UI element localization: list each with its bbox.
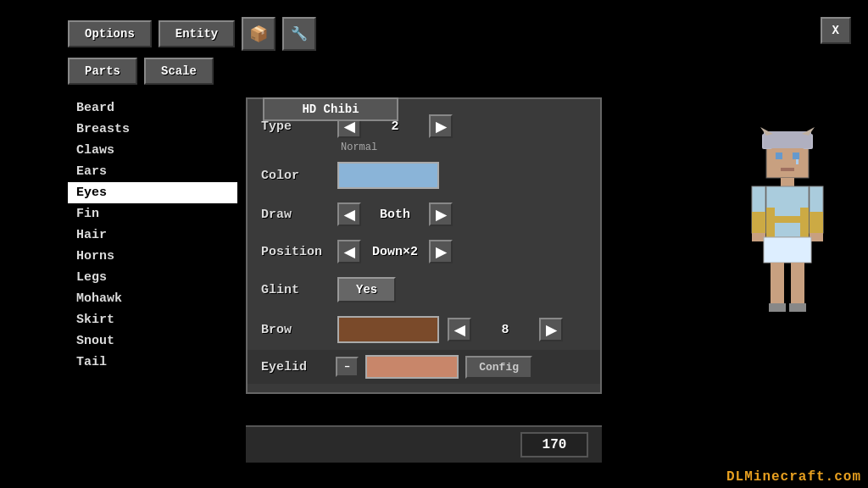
svg-rect-7: [781, 168, 794, 171]
part-item-hair[interactable]: Hair: [68, 225, 237, 246]
part-item-snout[interactable]: Snout: [68, 330, 237, 352]
draw-value: Both: [370, 208, 420, 222]
part-item-ears[interactable]: Ears: [68, 161, 237, 182]
brow-left-arrow[interactable]: ◀: [448, 318, 471, 341]
position-row: Position ◀ Down×2 ▶: [248, 233, 600, 270]
type-dropdown[interactable]: HD Chibi: [263, 97, 398, 121]
draw-left-arrow[interactable]: ◀: [337, 202, 361, 226]
color-label: Color: [261, 169, 329, 183]
watermark: DLMinecraft.com: [726, 469, 861, 485]
glint-row: Glint Yes: [248, 270, 600, 309]
eyelid-label: Eyelid: [261, 360, 329, 374]
box-icon: 📦: [249, 25, 268, 43]
eyelid-row: Eyelid – Config: [248, 350, 600, 384]
parts-button[interactable]: Parts: [68, 58, 137, 85]
svg-rect-23: [789, 303, 806, 312]
character-preview: [724, 97, 851, 394]
eyelid-color-swatch: [365, 355, 459, 379]
part-item-breasts[interactable]: Breasts: [68, 119, 237, 140]
brow-right-arrow[interactable]: ▶: [539, 318, 563, 341]
scale-button[interactable]: Scale: [144, 58, 214, 85]
type-value: 2: [370, 119, 420, 134]
brow-row: Brow ◀ 8 ▶: [248, 309, 600, 350]
options-button[interactable]: Options: [68, 20, 152, 47]
tool-icon: 🔧: [291, 25, 308, 42]
svg-rect-14: [752, 212, 765, 233]
glint-label: Glint: [261, 283, 329, 297]
svg-rect-21: [791, 263, 804, 305]
part-item-horns[interactable]: Horns: [68, 246, 237, 267]
position-value: Down×2: [370, 245, 420, 259]
part-item-fin[interactable]: Fin: [68, 203, 237, 225]
second-bar: Parts Scale: [68, 58, 214, 85]
svg-rect-6: [796, 159, 798, 164]
svg-rect-8: [781, 178, 794, 186]
draw-row: Draw ◀ Both ▶: [248, 196, 600, 233]
draw-label: Draw: [261, 208, 329, 222]
svg-rect-22: [769, 303, 786, 312]
svg-rect-5: [793, 152, 799, 159]
color-row: Color: [248, 155, 600, 196]
eyelid-minus-button[interactable]: –: [336, 357, 359, 377]
type-label: Type: [261, 119, 329, 134]
top-bar: Options Entity 📦 🔧: [68, 17, 316, 51]
brow-color-swatch: [337, 316, 439, 343]
svg-rect-12: [775, 216, 800, 223]
entity-button[interactable]: Entity: [159, 20, 235, 47]
part-item-claws[interactable]: Claws: [68, 140, 237, 161]
svg-rect-4: [776, 152, 782, 159]
tab-icon-1: 📦: [242, 17, 275, 51]
svg-rect-20: [771, 263, 784, 305]
position-left-arrow[interactable]: ◀: [337, 240, 361, 263]
brow-label: Brow: [261, 323, 329, 337]
part-item-beard[interactable]: Beard: [68, 97, 237, 119]
type-sublabel: Normal: [248, 141, 600, 153]
part-item-skirt[interactable]: Skirt: [68, 309, 237, 330]
glint-yes-button[interactable]: Yes: [337, 277, 396, 302]
part-item-eyes[interactable]: Eyes: [68, 182, 237, 203]
main-panel: Type ◀ 2 ▶ Normal Color Draw ◀ Both ▶ Po…: [246, 97, 602, 394]
part-item-tail[interactable]: Tail: [68, 352, 237, 373]
svg-rect-17: [810, 212, 823, 233]
tab-icon-2: 🔧: [282, 17, 316, 51]
color-swatch[interactable]: [337, 162, 439, 189]
parts-list: BeardBreastsClawsEarsEyesFinHairHornsLeg…: [68, 97, 237, 373]
bottom-bar: 170: [246, 425, 602, 463]
config-button[interactable]: Config: [465, 356, 532, 379]
type-right-arrow[interactable]: ▶: [429, 114, 453, 138]
svg-rect-19: [764, 237, 811, 263]
position-right-arrow[interactable]: ▶: [429, 240, 453, 263]
close-button[interactable]: X: [821, 17, 851, 44]
position-label: Position: [261, 245, 329, 259]
svg-rect-10: [766, 208, 775, 237]
draw-right-arrow[interactable]: ▶: [429, 202, 453, 226]
brow-value: 8: [480, 323, 531, 337]
part-item-mohawk[interactable]: Mohawk: [68, 288, 237, 309]
character-svg: [737, 127, 838, 364]
value-display: 170: [520, 432, 588, 458]
svg-rect-11: [800, 208, 809, 237]
part-item-legs[interactable]: Legs: [68, 267, 237, 288]
